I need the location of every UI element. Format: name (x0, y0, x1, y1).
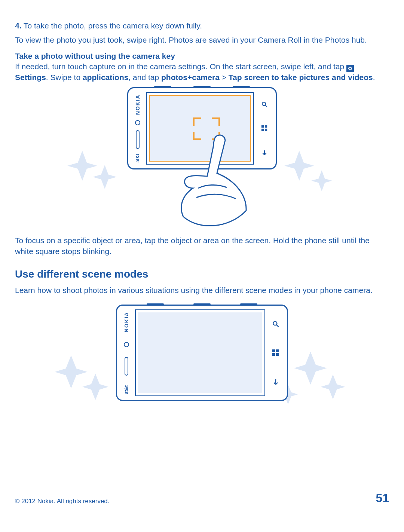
phone-carrier: at&t (135, 154, 141, 162)
copyright-text: © 2012 Nokia. All rights reserved. (15, 498, 110, 505)
svg-point-7 (273, 321, 277, 325)
phone-sensor (124, 342, 129, 347)
svg-rect-11 (272, 353, 275, 356)
phone-screen-frame (135, 309, 265, 396)
subsection-touch-capture: Take a photo without using the camera ke… (15, 51, 389, 83)
svg-rect-10 (276, 349, 279, 352)
svg-rect-4 (261, 129, 264, 131)
paragraph-focus: To focus on a specific object or area, t… (15, 235, 389, 257)
figure-tap-to-focus: NOKIA at&t (15, 87, 389, 229)
back-arrow-icon (272, 378, 279, 386)
svg-rect-5 (265, 129, 267, 131)
viewfinder-background (138, 312, 262, 393)
phone-frame: NOKIA at&t (116, 305, 288, 401)
nav-settings: Settings (15, 73, 46, 82)
svg-rect-3 (265, 125, 267, 128)
phone-speaker (125, 357, 128, 376)
end: . (373, 73, 375, 82)
sep: > (220, 73, 229, 82)
phone-top-buttons (128, 86, 276, 88)
phone-speaker (136, 130, 140, 149)
phone-top-buttons (117, 303, 287, 305)
paragraph-scene-modes: Learn how to shoot photos in various sit… (15, 285, 389, 296)
phone-left-rail: NOKIA at&t (131, 92, 144, 165)
hand-pointing-icon (161, 132, 273, 229)
t1: . Swipe to (46, 73, 83, 82)
windows-start-icon (261, 125, 268, 132)
sub1-lead: If needed, turn touch capture on in the … (15, 62, 346, 71)
sub1-title: Take a photo without using the camera ke… (15, 52, 175, 60)
phone-brand: NOKIA (134, 94, 141, 115)
svg-rect-2 (261, 125, 264, 128)
svg-rect-12 (276, 353, 279, 356)
windows-start-icon (272, 349, 279, 357)
svg-line-1 (265, 105, 267, 107)
footer-rule (15, 487, 389, 487)
t2: , and tap (128, 73, 161, 82)
phone-sensor (135, 120, 140, 125)
page-footer: © 2012 Nokia. All rights reserved. 51 (15, 491, 389, 505)
phone-softkeys (268, 309, 283, 396)
search-icon (272, 320, 279, 328)
camera-viewfinder[interactable] (138, 312, 262, 393)
search-icon (261, 101, 268, 108)
phone-carrier: at&t (123, 385, 129, 394)
svg-point-0 (262, 102, 266, 106)
settings-gear-icon: ✿ (346, 65, 354, 72)
section-title-scene-modes: Use different scene modes (15, 267, 389, 281)
step-text: To take the photo, press the camera key … (22, 21, 202, 30)
step-4: 4. To take the photo, press the camera k… (15, 21, 389, 31)
nav-applications: applications (83, 73, 129, 82)
phone-left-rail: NOKIA at&t (120, 309, 133, 396)
nav-tap-screen: Tap screen to take pictures and videos (229, 73, 373, 82)
svg-line-8 (277, 325, 279, 327)
page-number: 51 (376, 491, 389, 505)
page-body: 4. To take the photo, press the camera k… (15, 21, 389, 413)
svg-rect-9 (272, 349, 275, 352)
figure-scene-modes: NOKIA at&t (15, 305, 389, 413)
paragraph-view-photo: To view the photo you just took, swipe r… (15, 35, 389, 45)
step-number: 4. (15, 21, 22, 30)
phone-brand: NOKIA (123, 312, 130, 332)
nav-photos-camera: photos+camera (161, 73, 220, 82)
